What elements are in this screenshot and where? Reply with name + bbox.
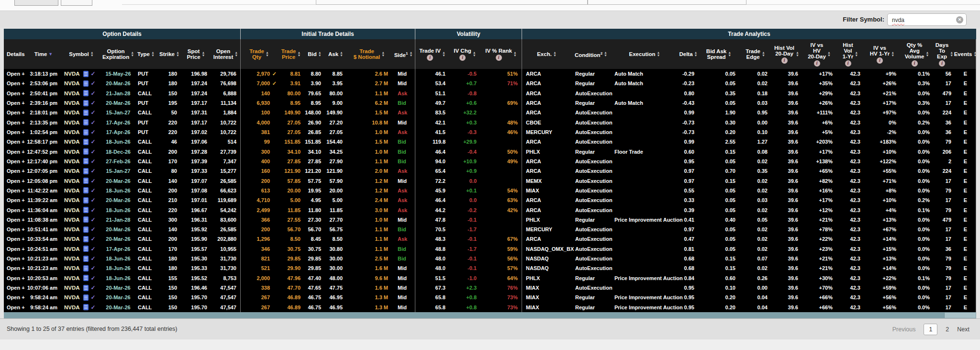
info-icon[interactable]: i bbox=[912, 60, 918, 67]
events-link[interactable]: E bbox=[955, 137, 976, 147]
note-icon[interactable] bbox=[83, 294, 89, 301]
column-header-spot[interactable]: Spot Price▲▼ bbox=[181, 39, 211, 69]
note-icon[interactable] bbox=[83, 285, 89, 291]
note-icon[interactable] bbox=[83, 207, 89, 213]
note-icon[interactable] bbox=[83, 148, 89, 155]
note-icon[interactable] bbox=[83, 304, 89, 310]
column-header-strike[interactable]: Strike▲▼ bbox=[158, 39, 181, 69]
open-details-link[interactable]: Open + bbox=[4, 89, 27, 98]
events-link[interactable]: E bbox=[955, 69, 976, 79]
column-header-oi[interactable]: Open Interest▲▼ bbox=[211, 39, 241, 69]
note-icon[interactable] bbox=[83, 80, 89, 87]
note-icon[interactable] bbox=[83, 187, 89, 193]
check-icon[interactable]: ✓ bbox=[91, 265, 96, 271]
events-link[interactable]: E bbox=[955, 225, 976, 234]
check-icon[interactable]: ✓ bbox=[91, 236, 96, 242]
partial-tab-2[interactable] bbox=[61, 0, 92, 6]
check-icon[interactable]: ✓ bbox=[91, 255, 96, 262]
note-icon[interactable] bbox=[83, 168, 89, 174]
check-icon[interactable]: ✓ bbox=[91, 168, 96, 174]
events-link[interactable]: E bbox=[955, 127, 976, 137]
column-header-expiration[interactable]: Option Expiration▲▼ bbox=[102, 39, 134, 69]
events-link[interactable]: E bbox=[955, 195, 976, 205]
open-details-link[interactable]: Open + bbox=[4, 234, 27, 244]
check-icon[interactable]: ✓ bbox=[91, 275, 96, 282]
info-icon[interactable]: i bbox=[814, 60, 820, 67]
check-icon[interactable]: ✓ bbox=[91, 90, 96, 97]
column-header-edge[interactable]: Trade Edge▲▼ bbox=[739, 39, 771, 69]
partial-tab-1[interactable] bbox=[14, 0, 58, 6]
note-icon[interactable] bbox=[83, 246, 89, 252]
column-header-iv_hv20[interactable]: IV vs HV 20-Dayi▲▼ bbox=[802, 39, 836, 69]
check-icon[interactable]: ✓ bbox=[91, 70, 96, 77]
check-icon[interactable]: ✓ bbox=[91, 284, 96, 291]
horizontal-scrollbar[interactable] bbox=[4, 312, 976, 318]
open-details-link[interactable]: Open + bbox=[4, 176, 27, 185]
note-icon[interactable] bbox=[83, 236, 89, 242]
column-header-events[interactable]: Events▲▼ bbox=[955, 39, 976, 69]
events-link[interactable]: E bbox=[955, 293, 976, 302]
check-icon[interactable]: ✓ bbox=[91, 197, 96, 203]
open-details-link[interactable]: Open + bbox=[4, 118, 27, 127]
note-icon[interactable] bbox=[83, 216, 89, 223]
open-details-link[interactable]: Open + bbox=[4, 186, 27, 195]
events-link[interactable]: E bbox=[955, 98, 976, 108]
info-icon[interactable]: i bbox=[877, 57, 883, 64]
check-icon[interactable]: ✓ bbox=[91, 304, 96, 311]
check-icon[interactable]: ✓ bbox=[91, 148, 96, 155]
check-icon[interactable]: ✓ bbox=[91, 207, 96, 214]
next-page-button[interactable]: Next bbox=[957, 326, 969, 333]
info-icon[interactable]: i bbox=[939, 60, 945, 67]
open-details-link[interactable]: Open + bbox=[4, 273, 27, 283]
column-header-bid[interactable]: Bid▲▼ bbox=[304, 39, 325, 69]
column-header-hv1y[interactable]: Hist Vol 1-Yri▲▼ bbox=[836, 39, 864, 69]
open-details-link[interactable]: Open + bbox=[4, 225, 27, 234]
check-icon[interactable]: ✓ bbox=[91, 178, 96, 184]
note-icon[interactable] bbox=[83, 226, 89, 233]
open-details-link[interactable]: Open + bbox=[4, 303, 27, 312]
note-icon[interactable] bbox=[83, 139, 89, 145]
open-details-link[interactable]: Open + bbox=[4, 108, 27, 117]
open-details-link[interactable]: Open + bbox=[4, 98, 27, 108]
check-icon[interactable]: ✓ bbox=[91, 246, 96, 252]
note-icon[interactable] bbox=[83, 275, 89, 281]
open-details-link[interactable]: Open + bbox=[4, 127, 27, 137]
column-header-days[interactable]: Days To Expi▲▼ bbox=[934, 39, 955, 69]
events-link[interactable]: E bbox=[955, 108, 976, 117]
open-details-link[interactable]: Open + bbox=[4, 195, 27, 205]
events-link[interactable]: E bbox=[955, 176, 976, 185]
events-link[interactable]: E bbox=[955, 273, 976, 283]
events-link[interactable]: E bbox=[955, 234, 976, 244]
info-icon[interactable]: i bbox=[781, 57, 788, 64]
note-icon[interactable] bbox=[83, 100, 89, 106]
check-icon[interactable]: ✓ bbox=[91, 294, 96, 301]
page-1-button[interactable]: 1 bbox=[924, 324, 937, 335]
events-link[interactable]: E bbox=[955, 303, 976, 312]
check-icon[interactable]: ✓ bbox=[91, 129, 96, 135]
open-details-link[interactable]: Open + bbox=[4, 205, 27, 215]
events-link[interactable]: E bbox=[955, 147, 976, 157]
column-header-condition[interactable]: Condition2▲▼ bbox=[571, 39, 611, 69]
events-link[interactable]: E bbox=[955, 205, 976, 215]
info-icon[interactable]: i bbox=[496, 55, 502, 61]
column-header-qty_pct[interactable]: Qty % Avg Volumei▲▼ bbox=[900, 39, 934, 69]
page-2-button[interactable]: 2 bbox=[946, 326, 949, 333]
column-header-time[interactable]: Time▼ bbox=[27, 39, 60, 69]
open-details-link[interactable]: Open + bbox=[4, 147, 27, 157]
open-details-link[interactable]: Open + bbox=[4, 283, 27, 293]
column-header-symbol[interactable]: Symbol▲▼ bbox=[60, 39, 102, 69]
open-details-link[interactable]: Open + bbox=[4, 215, 27, 225]
note-icon[interactable] bbox=[83, 90, 89, 96]
events-link[interactable]: E bbox=[955, 89, 976, 98]
note-icon[interactable] bbox=[83, 119, 89, 125]
check-icon[interactable]: ✓ bbox=[91, 119, 96, 126]
column-header-iv[interactable]: Trade IVi▲▼ bbox=[415, 39, 449, 69]
open-details-link[interactable]: Open + bbox=[4, 254, 27, 263]
column-header-price[interactable]: Trade Price▲▼ bbox=[278, 39, 304, 69]
note-icon[interactable] bbox=[83, 129, 89, 135]
open-details-link[interactable]: Open + bbox=[4, 263, 27, 273]
column-header-hv20[interactable]: Hist Vol 20-Dayi▲▼ bbox=[771, 39, 802, 69]
events-link[interactable]: E bbox=[955, 283, 976, 293]
check-icon[interactable]: ✓ bbox=[91, 158, 96, 165]
column-header-iv_chg[interactable]: IV Chgi▲▼ bbox=[449, 39, 480, 69]
